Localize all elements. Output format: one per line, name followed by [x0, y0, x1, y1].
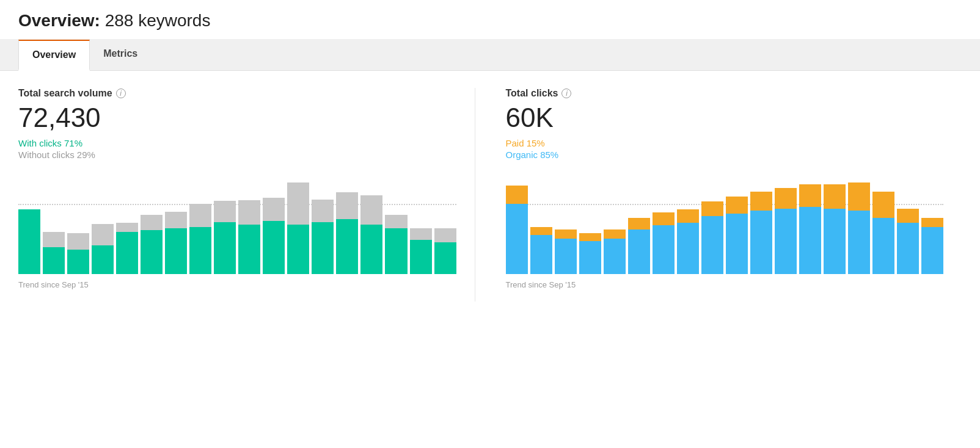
bar-group	[214, 173, 236, 274]
bar-group	[360, 173, 382, 274]
bar-segment-blue	[799, 207, 821, 274]
bar-group	[116, 173, 138, 274]
bar-segment-orange	[897, 209, 919, 223]
bar-segment-gray	[385, 215, 407, 229]
bar-segment-orange	[604, 229, 626, 239]
tab-overview[interactable]: Overview	[18, 40, 90, 71]
bar-group	[189, 173, 211, 274]
bar-group	[921, 173, 943, 274]
bar-segment-blue	[775, 209, 797, 274]
bar-segment-orange	[726, 197, 748, 214]
total-clicks-trend-label: Trend since Sep '15	[506, 280, 944, 289]
bar-group	[92, 173, 114, 274]
bar-segment-green	[43, 247, 65, 274]
bar-segment-green	[360, 225, 382, 274]
bar-group	[336, 173, 358, 274]
search-volume-value: 72,430	[18, 103, 456, 133]
right-bars	[506, 173, 944, 274]
bar-group	[628, 173, 650, 274]
bar-group	[604, 173, 626, 274]
bar-segment-gray	[141, 215, 163, 230]
with-clicks-label: With clicks 71%	[18, 138, 456, 148]
bar-segment-blue	[579, 241, 601, 274]
bar-group	[897, 173, 919, 274]
bar-segment-gray	[189, 204, 211, 227]
bar-segment-green	[336, 219, 358, 274]
panel-total-clicks: Total clicks i 60K Paid 15% Organic 85% …	[475, 88, 962, 302]
bar-group	[43, 173, 65, 274]
bar-segment-blue	[628, 229, 650, 274]
search-volume-trend-label: Trend since Sep '15	[18, 280, 456, 289]
bar-group	[385, 173, 407, 274]
tab-overview-label: Overview	[32, 49, 76, 60]
bar-segment-gray	[434, 228, 456, 242]
search-volume-info-icon[interactable]: i	[116, 89, 126, 98]
search-volume-chart	[18, 173, 456, 274]
bar-segment-gray	[410, 228, 432, 240]
tab-metrics-label: Metrics	[103, 48, 137, 59]
bar-segment-green	[410, 240, 432, 274]
bar-segment-green	[263, 221, 285, 275]
bar-segment-orange	[701, 201, 723, 216]
bar-segment-orange	[653, 212, 675, 225]
total-clicks-label: Total clicks i	[506, 88, 944, 99]
total-clicks-chart	[506, 173, 944, 274]
bar-segment-blue	[530, 235, 552, 274]
bar-group	[67, 173, 89, 274]
bar-group	[238, 173, 260, 274]
bar-segment-green	[165, 228, 187, 274]
bar-segment-green	[312, 222, 334, 274]
bar-segment-blue	[921, 227, 943, 274]
bar-segment-gray	[214, 201, 236, 222]
bar-segment-blue	[701, 216, 723, 274]
bar-group	[506, 173, 528, 274]
bar-group	[677, 173, 699, 274]
tabs-bar: Overview Metrics	[0, 39, 980, 71]
bar-group	[312, 173, 334, 274]
bar-segment-green	[287, 225, 309, 274]
bar-segment-green	[18, 209, 40, 274]
without-clicks-label: Without clicks 29%	[18, 150, 456, 160]
bar-group	[263, 173, 285, 274]
bar-segment-green	[385, 228, 407, 274]
bar-segment-green	[67, 250, 89, 274]
bar-segment-gray	[92, 224, 114, 245]
main-panels: Total search volume i 72,430 With clicks…	[0, 71, 980, 314]
left-bars	[18, 173, 456, 274]
bar-group	[555, 173, 577, 274]
bar-group	[824, 173, 846, 274]
bar-segment-green	[189, 227, 211, 275]
bar-segment-gray	[116, 223, 138, 232]
bar-segment-blue	[897, 223, 919, 274]
total-clicks-value: 60K	[506, 103, 944, 133]
bar-group	[410, 173, 432, 274]
bar-segment-gray	[43, 232, 65, 247]
bar-segment-gray	[263, 198, 285, 221]
bar-segment-gray	[360, 195, 382, 225]
total-clicks-info-icon[interactable]: i	[561, 89, 571, 98]
title-suffix: 288 keywords	[105, 11, 211, 30]
bar-segment-orange	[848, 182, 870, 211]
bar-segment-green	[434, 242, 456, 275]
bar-group	[434, 173, 456, 274]
bar-segment-orange	[579, 233, 601, 242]
tab-metrics[interactable]: Metrics	[90, 39, 151, 70]
bar-segment-orange	[921, 218, 943, 227]
bar-segment-blue	[824, 209, 846, 274]
bar-group	[18, 173, 40, 274]
bar-group	[701, 173, 723, 274]
bar-segment-gray	[312, 200, 334, 223]
bar-group	[775, 173, 797, 274]
bar-segment-blue	[555, 239, 577, 274]
bar-group	[653, 173, 675, 274]
paid-label: Paid 15%	[506, 138, 944, 148]
bar-group	[530, 173, 552, 274]
bar-segment-orange	[677, 209, 699, 222]
total-clicks-label-text: Total clicks	[506, 88, 558, 99]
panel-search-volume: Total search volume i 72,430 With clicks…	[18, 88, 475, 302]
bar-group	[141, 173, 163, 274]
bar-segment-orange	[799, 184, 821, 207]
bar-segment-orange	[530, 227, 552, 234]
bar-segment-green	[116, 232, 138, 274]
bar-group	[848, 173, 870, 274]
